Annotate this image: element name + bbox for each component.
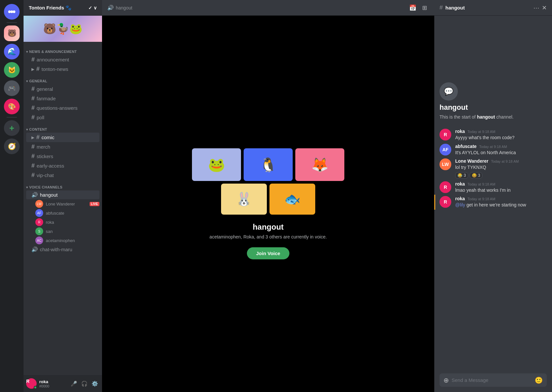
channel-info-section: 💬 hangout This is the start of hangout c… [434,74,552,125]
channel-announcement[interactable]: # announcement [26,55,99,64]
channel-list: ▾ NEWS & ANNOUNCEMENT # announcement ▶ #… [24,42,102,375]
voice-channel-hangout[interactable]: 🔊 hangout [26,190,99,199]
category-content[interactable]: ▾ CONTENT [24,122,102,133]
svg-point-0 [8,10,11,13]
panel-channel-name: hangout [445,5,465,10]
add-server-button[interactable]: + [4,120,20,136]
deafen-button[interactable]: 🎧 [80,379,89,388]
channel-general[interactable]: # general [26,84,99,94]
message-input[interactable] [452,373,532,387]
server-header[interactable]: Tonton Friends 🐾 ✓ ∨ [24,0,102,16]
voice-tile-1: 🐸 [192,148,241,181]
live-badge: LIVE [90,202,99,206]
voice-tile-5: 🐟 [269,184,315,215]
grid-icon-button[interactable]: ⊞ [420,3,429,12]
voice-member-san[interactable]: S san [24,227,102,236]
voice-member-lone-wanderer[interactable]: LW Lone Wanderer LIVE [24,199,102,208]
reaction-rofl[interactable]: 😆 3 [470,172,483,179]
channel-vip-chat[interactable]: # vip-chat [26,171,99,180]
discord-home-button[interactable] [4,4,20,20]
server-name: Tonton Friends 🐾 [29,5,88,11]
message-header: roka Today at 9:18 AM [455,196,526,201]
message-author: abfuscate [455,144,476,149]
right-panel: # hangout ⋯ ✕ 💬 hangout This is the star… [434,0,552,392]
chevron-icon: ▾ [26,79,28,83]
hash-icon: # [31,143,35,150]
message-text: lmao yeah that works I'm in [455,187,510,194]
hash-icon: # [36,66,40,73]
message-content: roka Today at 9:18 AM lmao yeah that wor… [455,181,510,194]
calendar-icon-button[interactable]: 📅 [408,3,417,12]
panel-header-buttons: ⋯ ✕ [533,4,547,11]
settings-button[interactable]: ⚙️ [90,379,99,388]
category-voice[interactable]: ▾ VOICE CHANNELS [24,180,102,190]
channel-header: 🔊 hangout 📅 ⊞ [102,0,434,16]
voice-member-abfuscate[interactable]: AF abfuscate [24,208,102,218]
message-header: roka Today at 9:18 AM [455,129,514,134]
user-status-dot [34,386,37,389]
voice-tiles-row-top: 🐸 🐧 🦊 [192,148,344,181]
explore-servers-button[interactable]: 🧭 [4,139,20,154]
right-panel-header: # hangout ⋯ ✕ [434,0,552,16]
reaction-count: 3 [478,173,480,178]
message-avatar: R [440,196,451,208]
server-icon-2[interactable]: 🌊 [4,44,20,59]
server-icon-3[interactable]: 🐱 [4,62,20,78]
user-avatar: R [26,378,37,389]
message-item: R roka Today at 9:18 AM Ayyyy what's the… [434,127,552,142]
volume-icon: 🔊 [107,5,114,11]
server-icon-tonton[interactable]: 🐻 [4,25,20,41]
voice-tile-2: 🐧 [244,148,293,181]
message-item-highlighted: R roka Today at 9:18 AM @lily get in her… [434,195,552,210]
reaction-laugh[interactable]: 😂 3 [455,172,468,179]
close-panel-button[interactable]: ✕ [542,4,547,11]
server-icon-4[interactable]: 🎮 [4,80,20,96]
server-sidebar: 🐻 🌊 🐱 🎮 🎨 + 🧭 [0,0,24,392]
channel-comic[interactable]: ▶ # comic [26,133,99,142]
category-news[interactable]: ▾ NEWS & ANNOUNCEMENT [24,44,102,55]
message-item: AF abfuscate Today at 9:18 AM It's AYYLO… [434,142,552,157]
voice-member-acetaminophen[interactable]: AC acetaminophen [24,236,102,245]
message-input-area: ⊕ 🙂 [434,371,552,392]
hash-icon: # [36,134,40,141]
hash-icon: # [31,114,35,121]
voice-info: hangout acetaminophen, Roka, and 3 other… [210,222,327,239]
voice-channel-chat-with-maru[interactable]: 🔊 chat-with-maru [26,245,99,254]
more-options-button[interactable]: ⋯ [533,4,539,11]
user-controls: 🎤 🎧 ⚙️ [69,379,99,388]
chat-bubble-icon: 💬 [444,87,454,96]
channel-poll[interactable]: # poll [26,113,99,122]
thread-expand-icon: ▶ [31,135,34,140]
voice-tiles-row-bottom: 🐰 🐟 [221,184,315,215]
server-icon-5[interactable]: 🎨 [4,99,20,114]
chevron-icon: ▾ [26,128,28,131]
emoji-button[interactable]: 🙂 [535,376,543,384]
channel-sidebar: Tonton Friends 🐾 ✓ ∨ 🐻🦆🐸 ▾ NEWS & ANNOUN… [24,0,102,392]
hash-icon: # [31,162,35,169]
hash-icon: # [31,105,35,111]
user-tag: #0000 [39,384,67,388]
svg-point-2 [13,10,15,13]
category-general[interactable]: ▾ GENERAL [24,74,102,84]
message-avatar: R [440,181,451,193]
voice-member-avatar: AF [35,209,43,217]
voice-member-roka[interactable]: R roka [24,218,102,227]
speaker-icon: 🔊 [31,246,38,253]
message-header: roka Today at 9:18 AM [455,181,510,187]
channel-merch[interactable]: # merch [26,142,99,152]
panel-empty-space [434,16,552,74]
channel-early-access[interactable]: # early-access [26,161,99,171]
channel-tonton-news[interactable]: ▶ # tonton-news [26,64,99,74]
channel-questions-answers[interactable]: # questions-answers [26,103,99,113]
voice-member-avatar: LW [35,200,43,208]
add-attachment-icon[interactable]: ⊕ [443,376,449,384]
server-divider-2 [7,117,17,118]
user-area: R roka #0000 🎤 🎧 ⚙️ [24,375,102,392]
panel-hash-icon: # [440,4,443,11]
channel-stickers[interactable]: # stickers [26,152,99,161]
mute-button[interactable]: 🎤 [69,379,78,388]
voice-tile-3: 🦊 [295,148,344,181]
join-voice-button[interactable]: Join Voice [247,247,289,259]
channel-fanmade[interactable]: # fanmade [26,94,99,103]
svg-point-1 [10,10,13,13]
